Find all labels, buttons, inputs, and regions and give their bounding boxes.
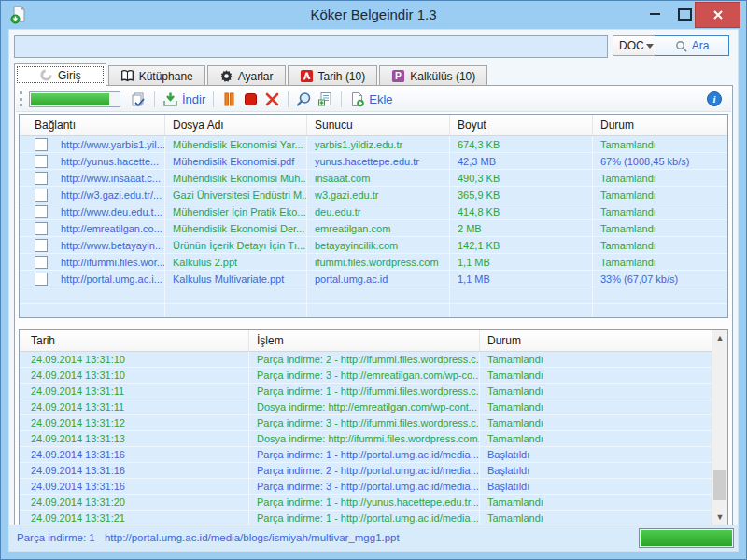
log-row[interactable]: 24.09.2014 13:31:10Parça indirme: 3 - ht… [20,368,712,384]
download-link-cell: http://www.insaaat.c... [20,170,165,186]
row-checkbox[interactable] [35,155,48,168]
column-header-sunucu[interactable]: Sunucu [307,115,450,135]
download-row[interactable]: http://yunus.hacette...Mühendislik Ekono… [20,153,727,170]
download-row[interactable]: http://emreatilgan.co...Mühendislik Ekon… [20,220,727,237]
row-checkbox[interactable] [35,138,48,151]
info-button[interactable]: i [707,91,722,106]
column-header-durum[interactable]: Durum [593,115,727,135]
download-url: http://www.insaaat.c... [61,173,161,184]
log-status: Başlatıldı [480,479,712,494]
select-all-icon [131,91,147,107]
download-row[interactable]: http://www.insaaat.c...Mühendislik Ekono… [20,170,727,187]
scroll-down-icon[interactable]: ▼ [712,510,727,525]
log-date: 24.09.2014 13:31:13 [20,431,249,446]
preview-button[interactable] [293,90,315,109]
search-button[interactable]: Ara [655,35,729,56]
filetype-value: DOC [619,39,644,52]
row-checkbox[interactable] [35,222,48,235]
column-header-baglanti[interactable]: Bağlantı [20,115,165,135]
log-row[interactable]: 24.09.2014 13:31:21Parça indirme: 1 - ht… [20,511,712,525]
download-button[interactable]: İndir [160,90,208,109]
log-row[interactable]: 24.09.2014 13:31:16Parça indirme: 1 - ht… [20,447,712,463]
toolbar-separator [213,91,214,107]
log-date: 24.09.2014 13:31:10 [20,368,249,383]
row-checkbox[interactable] [35,205,48,218]
title-bar[interactable]: Köker Belgeindir 1.3 [1,1,746,29]
download-url: http://w3.gazi.edu.tr/... [61,189,162,201]
maximize-button[interactable] [678,8,692,21]
toolbar: İndir [16,87,731,112]
download-url: http://ifummi.files.wor... [61,257,165,268]
column-header-dosya-adi[interactable]: Dosya Adı [165,115,307,135]
log-date: 24.09.2014 13:31:16 [20,447,249,462]
stop-icon [243,91,259,107]
toolbar-progress-fill [31,93,109,105]
log-row[interactable]: 24.09.2014 13:31:11Dosya indirme: http:/… [20,399,712,415]
row-checkbox[interactable] [35,273,48,286]
ppt-icon: P [391,69,405,83]
add-file-icon [349,91,365,107]
log-row[interactable]: 24.09.2014 13:31:10Parça indirme: 2 - ht… [20,352,712,368]
tab-giris[interactable]: Giriş [14,63,106,86]
row-checkbox[interactable] [35,189,48,202]
download-row[interactable]: http://ifummi.files.wor...Kalkulus 2.ppt… [20,254,727,271]
tab-ayarlar[interactable]: Ayarlar [207,65,286,86]
log-status: Tamamlandı [480,352,712,367]
toolbar-grip[interactable] [20,91,25,106]
empty-row [20,287,727,304]
toolbar-separator [154,91,155,107]
log-row[interactable]: 24.09.2014 13:31:16Parça indirme: 3 - ht… [20,479,712,495]
log-header: Tarih İşlem Durum [20,330,712,352]
log-scrollbar[interactable]: ▲ ▼ [712,330,727,525]
log-operation: Dosya indirme: http://ifummi.files.wordp… [249,431,480,446]
add-button-label: Ekle [369,92,392,106]
delete-button[interactable] [261,90,283,109]
column-header-durum[interactable]: Durum [480,330,712,351]
log-row[interactable]: 24.09.2014 13:31:16Parça indirme: 2 - ht… [20,463,712,479]
file-info-button[interactable] [315,90,336,109]
tab-kalkulus[interactable]: P Kalkülüs (10) [379,65,487,86]
download-server: ifummi.files.wordpress.com [307,254,450,270]
download-server: portal.umg.ac.id [307,271,450,287]
empty-cell [593,287,727,303]
toolbar-separator [341,91,342,107]
log-row[interactable]: 24.09.2014 13:31:13Dosya indirme: http:/… [20,431,712,447]
log-row[interactable]: 24.09.2014 13:31:20Parça indirme: 1 - ht… [20,495,712,511]
stop-button[interactable] [240,90,261,109]
search-input[interactable] [14,35,608,58]
download-row[interactable]: http://www.betayayin...Ürünün İçerik Det… [20,237,727,254]
app-window: Köker Belgeindir 1.3 DOC Ara [0,0,747,560]
minimize-button[interactable] [650,13,660,15]
main-panel: İndir [14,85,733,526]
row-checkbox[interactable] [35,256,48,269]
download-row[interactable]: http://portal.umg.ac.i...Kalkulus Multiv… [20,271,727,287]
add-button[interactable]: Ekle [346,90,395,109]
download-server: insaaat.com [307,170,450,186]
log-row[interactable]: 24.09.2014 13:31:11Parça indirme: 1 - ht… [20,384,712,399]
filetype-dropdown[interactable]: DOC [613,35,659,56]
log-row[interactable]: 24.09.2014 13:31:12Parça indirme: 3 - ht… [20,415,712,431]
download-row[interactable]: http://www.yarbis1.yil...Mühendislik Eko… [20,136,727,153]
column-header-tarih[interactable]: Tarih [20,330,249,351]
download-row[interactable]: http://www.deu.edu.t...Mühendisler İçin … [20,203,727,220]
row-checkbox[interactable] [35,239,48,252]
column-header-islem[interactable]: İşlem [249,330,480,351]
row-checkbox[interactable] [35,172,48,185]
log-status: Tamamlandı [480,511,712,525]
log-operation: Parça indirme: 3 - http://emreatilgan.co… [249,368,480,383]
tab-kutuphane[interactable]: Kütüphane [108,65,205,86]
pause-button[interactable] [218,90,240,109]
download-url: http://www.yarbis1.yil... [61,139,165,150]
download-status: Tamamlandı [593,136,727,152]
log-date: 24.09.2014 13:31:11 [20,399,249,414]
tab-tarih[interactable]: Tarih (10) [288,65,378,86]
download-size: 490,3 KB [450,170,593,186]
download-size: 674,3 KB [450,136,593,152]
scroll-up-icon[interactable]: ▲ [712,330,727,345]
select-all-button[interactable] [128,90,149,109]
close-button[interactable] [695,2,740,28]
download-link-cell: http://www.betayayin... [20,237,165,253]
scrollbar-thumb[interactable] [713,470,726,500]
column-header-boyut[interactable]: Boyut [450,115,593,135]
download-row[interactable]: http://w3.gazi.edu.tr/...Gazi Üniversite… [20,187,727,203]
